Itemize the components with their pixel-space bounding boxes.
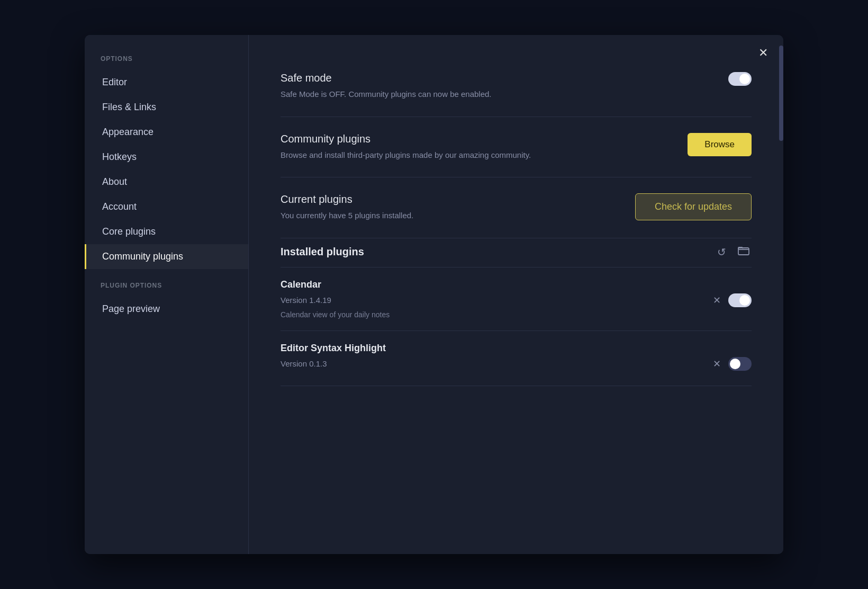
sidebar-item-about[interactable]: About [85,169,248,194]
community-plugins-action: Browse [688,133,752,156]
sidebar-item-community-plugins[interactable]: Community plugins [85,244,248,269]
installed-plugins-actions: ↺ [715,244,752,261]
plugin-options-section-label: PLUGIN OPTIONS [85,282,248,289]
sidebar-item-label: Editor [102,77,127,88]
safe-mode-text: Safe mode Safe Mode is OFF. Community pl… [281,72,712,101]
sidebar-item-editor[interactable]: Editor [85,70,248,95]
installed-plugins-header: Installed plugins ↺ [281,244,752,267]
plugin-item-calendar: Calendar Version 1.4.19 ✕ Calendar view … [281,267,752,331]
safe-mode-section: Safe mode Safe Mode is OFF. Community pl… [281,56,752,117]
current-plugins-title: Current plugins [281,193,619,206]
plugin-calendar-controls: ✕ [713,293,752,307]
plugin-calendar-name: Calendar [281,279,752,290]
sidebar-item-label: Files & Links [102,102,156,113]
delete-icon: ✕ [713,295,721,306]
plugin-editor-syntax-name: Editor Syntax Highlight [281,343,752,354]
current-plugins-action: Check for updates [635,193,752,220]
sidebar-item-hotkeys[interactable]: Hotkeys [85,145,248,169]
plugin-editor-syntax-delete-button[interactable]: ✕ [713,358,721,370]
sidebar-item-account[interactable]: Account [85,194,248,219]
sidebar-item-files-links[interactable]: Files & Links [85,95,248,120]
plugin-calendar-description: Calendar view of your daily notes [281,310,752,319]
installed-plugins-title: Installed plugins [281,246,364,258]
community-plugins-text: Community plugins Browse and install thi… [281,133,672,162]
plugin-editor-syntax-controls: ✕ [713,357,752,371]
sidebar-item-label: Community plugins [102,251,183,262]
plugin-editor-syntax-toggle[interactable] [728,357,752,371]
sidebar-item-label: Appearance [102,127,153,138]
folder-icon [738,246,749,257]
community-plugins-section: Community plugins Browse and install thi… [281,117,752,178]
plugin-calendar-version: Version 1.4.19 [281,296,331,305]
main-content: Safe mode Safe Mode is OFF. Community pl… [249,35,783,554]
options-section-label: OPTIONS [85,55,248,63]
plugin-calendar-delete-button[interactable]: ✕ [713,294,721,306]
reload-icon: ↺ [717,246,726,258]
current-plugins-section: Current plugins You currently have 5 plu… [281,177,752,238]
plugin-item-editor-syntax: Editor Syntax Highlight Version 0.1.3 ✕ [281,331,752,386]
delete-icon: ✕ [713,359,721,369]
open-plugins-folder-button[interactable] [736,244,752,260]
scrollbar-thumb[interactable] [779,46,783,141]
safe-mode-title: Safe mode [281,72,712,84]
settings-modal: ✕ OPTIONS Editor Files & Links Appearanc… [85,35,783,554]
scrollbar-track[interactable] [779,35,783,554]
community-plugins-description: Browse and install third-party plugins m… [281,149,598,162]
sidebar-item-label: Hotkeys [102,151,137,163]
sidebar-item-core-plugins[interactable]: Core plugins [85,219,248,244]
sidebar-item-label: Core plugins [102,226,156,237]
svg-rect-0 [738,248,749,255]
sidebar-item-label: Page preview [102,304,160,315]
community-plugins-title: Community plugins [281,133,672,145]
installed-plugins-container: Installed plugins ↺ [281,244,752,386]
safe-mode-toggle[interactable] [728,72,752,86]
safe-mode-description: Safe Mode is OFF. Community plugins can … [281,88,598,101]
reload-plugins-button[interactable]: ↺ [715,244,728,261]
plugin-editor-syntax-version: Version 0.1.3 [281,359,327,368]
sidebar-item-page-preview[interactable]: Page preview [85,297,248,322]
browse-button[interactable]: Browse [688,133,752,156]
current-plugins-text: Current plugins You currently have 5 plu… [281,193,619,222]
check-updates-button[interactable]: Check for updates [635,193,752,220]
sidebar: OPTIONS Editor Files & Links Appearance … [85,35,249,554]
plugin-calendar-toggle[interactable] [728,293,752,307]
sidebar-item-label: Account [102,201,137,212]
plugin-calendar-meta: Version 1.4.19 ✕ [281,293,752,307]
sidebar-item-label: About [102,176,127,188]
safe-mode-action [728,72,752,86]
sidebar-item-appearance[interactable]: Appearance [85,120,248,145]
current-plugins-description: You currently have 5 plugins installed. [281,210,598,222]
plugin-editor-syntax-meta: Version 0.1.3 ✕ [281,357,752,371]
modal-overlay: ✕ OPTIONS Editor Files & Links Appearanc… [0,0,868,589]
close-button[interactable]: ✕ [755,44,772,61]
